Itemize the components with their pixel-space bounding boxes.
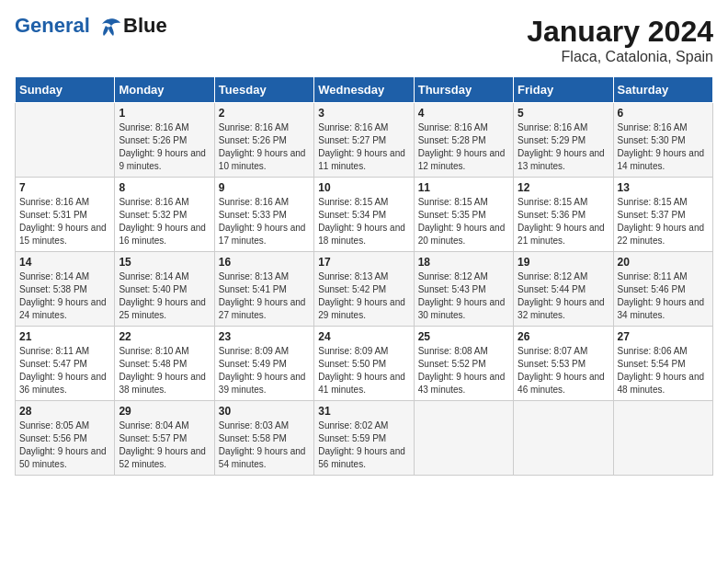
- daylight-text: Daylight: 9 hours and 24 minutes.: [19, 297, 107, 320]
- daylight-text: Daylight: 9 hours and 17 minutes.: [219, 223, 306, 246]
- sunset-text: Sunset: 5:42 PM: [318, 284, 386, 294]
- sunrise-text: Sunrise: 8:13 AM: [318, 271, 388, 282]
- daylight-text: Daylight: 9 hours and 29 minutes.: [318, 297, 405, 320]
- cell-info: Sunrise: 8:15 AMSunset: 5:37 PMDaylight:…: [618, 196, 709, 247]
- day-number: 27: [618, 330, 709, 343]
- day-number: 4: [418, 107, 509, 120]
- table-row: 30Sunrise: 8:03 AMSunset: 5:58 PMDayligh…: [214, 401, 313, 476]
- day-number: 13: [618, 181, 709, 194]
- day-number: 10: [318, 181, 409, 194]
- cell-info: Sunrise: 8:16 AMSunset: 5:32 PMDaylight:…: [119, 196, 210, 247]
- sunset-text: Sunset: 5:31 PM: [19, 210, 87, 220]
- daylight-text: Daylight: 9 hours and 22 minutes.: [618, 223, 705, 246]
- sunrise-text: Sunrise: 8:09 AM: [219, 346, 289, 356]
- cell-info: Sunrise: 8:14 AMSunset: 5:38 PMDaylight:…: [19, 270, 110, 322]
- day-number: 26: [518, 330, 609, 343]
- day-number: 19: [518, 256, 609, 269]
- day-number: 7: [19, 181, 110, 194]
- day-number: 15: [119, 256, 210, 269]
- day-number: 9: [219, 181, 310, 194]
- logo-general: General: [15, 14, 90, 37]
- sunrise-text: Sunrise: 8:10 AM: [119, 346, 188, 356]
- sunset-text: Sunset: 5:52 PM: [418, 359, 486, 369]
- day-number: 25: [418, 330, 509, 343]
- sunset-text: Sunset: 5:59 PM: [318, 433, 386, 443]
- sunrise-text: Sunrise: 8:12 AM: [418, 271, 488, 282]
- day-number: 1: [119, 107, 210, 120]
- header-saturday: Saturday: [613, 77, 712, 103]
- table-row: 23Sunrise: 8:09 AMSunset: 5:49 PMDayligh…: [214, 327, 313, 401]
- logo-bird-icon: [97, 17, 120, 36]
- day-number: 29: [119, 405, 210, 418]
- cell-info: Sunrise: 8:16 AMSunset: 5:31 PMDaylight:…: [19, 196, 110, 247]
- sunrise-text: Sunrise: 8:16 AM: [119, 122, 188, 132]
- sunrise-text: Sunrise: 8:12 AM: [518, 271, 587, 282]
- header-wednesday: Wednesday: [314, 77, 414, 103]
- cell-info: Sunrise: 8:05 AMSunset: 5:56 PMDaylight:…: [19, 419, 110, 471]
- table-row: 17Sunrise: 8:13 AMSunset: 5:42 PMDayligh…: [314, 252, 414, 327]
- sunset-text: Sunset: 5:41 PM: [219, 284, 287, 294]
- sunset-text: Sunset: 5:33 PM: [219, 210, 287, 220]
- cell-info: Sunrise: 8:16 AMSunset: 5:26 PMDaylight:…: [119, 121, 210, 173]
- cell-info: Sunrise: 8:02 AMSunset: 5:59 PMDaylight:…: [318, 419, 409, 471]
- sunset-text: Sunset: 5:49 PM: [219, 359, 287, 369]
- table-row: 18Sunrise: 8:12 AMSunset: 5:43 PMDayligh…: [414, 252, 513, 327]
- day-number: 12: [518, 181, 609, 194]
- sunrise-text: Sunrise: 8:09 AM: [318, 346, 388, 356]
- sunset-text: Sunset: 5:53 PM: [518, 359, 586, 369]
- sunrise-text: Sunrise: 8:05 AM: [19, 420, 89, 431]
- sunset-text: Sunset: 5:38 PM: [19, 284, 87, 294]
- table-row: 8Sunrise: 8:16 AMSunset: 5:32 PMDaylight…: [115, 178, 214, 252]
- table-row: 2Sunrise: 8:16 AMSunset: 5:26 PMDaylight…: [214, 103, 313, 178]
- day-number: 20: [618, 256, 709, 269]
- day-number: 14: [19, 256, 110, 269]
- table-row: 24Sunrise: 8:09 AMSunset: 5:50 PMDayligh…: [314, 327, 414, 401]
- day-number: 8: [119, 181, 210, 194]
- sunset-text: Sunset: 5:43 PM: [418, 284, 486, 294]
- header-sunday: Sunday: [16, 77, 115, 103]
- sunrise-text: Sunrise: 8:15 AM: [618, 197, 688, 207]
- daylight-text: Daylight: 9 hours and 30 minutes.: [418, 297, 506, 320]
- sunrise-text: Sunrise: 8:03 AM: [219, 420, 289, 431]
- calendar-week-row: 21Sunrise: 8:11 AMSunset: 5:47 PMDayligh…: [16, 327, 713, 401]
- logo-blue: Blue: [123, 15, 167, 37]
- sunset-text: Sunset: 5:47 PM: [19, 359, 87, 369]
- header-tuesday: Tuesday: [214, 77, 313, 103]
- table-row: 12Sunrise: 8:15 AMSunset: 5:36 PMDayligh…: [514, 178, 613, 252]
- sunset-text: Sunset: 5:35 PM: [418, 210, 486, 220]
- sunrise-text: Sunrise: 8:02 AM: [318, 420, 388, 431]
- calendar-week-row: 1Sunrise: 8:16 AMSunset: 5:26 PMDaylight…: [16, 103, 713, 178]
- table-row: 19Sunrise: 8:12 AMSunset: 5:44 PMDayligh…: [514, 252, 613, 327]
- cell-info: Sunrise: 8:08 AMSunset: 5:52 PMDaylight:…: [418, 345, 509, 396]
- daylight-text: Daylight: 9 hours and 15 minutes.: [19, 223, 107, 246]
- table-row: 26Sunrise: 8:07 AMSunset: 5:53 PMDayligh…: [514, 327, 613, 401]
- day-number: 3: [318, 107, 409, 120]
- cell-info: Sunrise: 8:16 AMSunset: 5:27 PMDaylight:…: [318, 121, 409, 173]
- sunrise-text: Sunrise: 8:13 AM: [219, 271, 289, 282]
- header-monday: Monday: [115, 77, 214, 103]
- day-number: 22: [119, 330, 210, 343]
- cell-info: Sunrise: 8:13 AMSunset: 5:41 PMDaylight:…: [219, 270, 310, 322]
- sunset-text: Sunset: 5:26 PM: [119, 135, 187, 145]
- table-row: 29Sunrise: 8:04 AMSunset: 5:57 PMDayligh…: [115, 401, 214, 476]
- cell-info: Sunrise: 8:16 AMSunset: 5:29 PMDaylight:…: [518, 121, 609, 173]
- cell-info: Sunrise: 8:12 AMSunset: 5:44 PMDaylight:…: [518, 270, 609, 322]
- daylight-text: Daylight: 9 hours and 16 minutes.: [119, 223, 206, 246]
- title-block: January 2024 Flaca, Catalonia, Spain: [527, 15, 713, 65]
- sunset-text: Sunset: 5:46 PM: [618, 284, 686, 294]
- sunrise-text: Sunrise: 8:16 AM: [19, 197, 89, 207]
- table-row: 6Sunrise: 8:16 AMSunset: 5:30 PMDaylight…: [613, 103, 712, 178]
- sunrise-text: Sunrise: 8:16 AM: [119, 197, 188, 207]
- cell-info: Sunrise: 8:11 AMSunset: 5:46 PMDaylight:…: [618, 270, 709, 322]
- table-row: 25Sunrise: 8:08 AMSunset: 5:52 PMDayligh…: [414, 327, 513, 401]
- cell-info: Sunrise: 8:16 AMSunset: 5:33 PMDaylight:…: [219, 196, 310, 247]
- table-row: 10Sunrise: 8:15 AMSunset: 5:34 PMDayligh…: [314, 178, 414, 252]
- sunset-text: Sunset: 5:32 PM: [119, 210, 187, 220]
- calendar-week-row: 7Sunrise: 8:16 AMSunset: 5:31 PMDaylight…: [16, 178, 713, 252]
- header-friday: Friday: [514, 77, 613, 103]
- sunrise-text: Sunrise: 8:16 AM: [418, 122, 488, 132]
- daylight-text: Daylight: 9 hours and 9 minutes.: [119, 148, 206, 171]
- cell-info: Sunrise: 8:12 AMSunset: 5:43 PMDaylight:…: [418, 270, 509, 322]
- daylight-text: Daylight: 9 hours and 14 minutes.: [618, 148, 705, 171]
- cell-info: Sunrise: 8:11 AMSunset: 5:47 PMDaylight:…: [19, 345, 110, 396]
